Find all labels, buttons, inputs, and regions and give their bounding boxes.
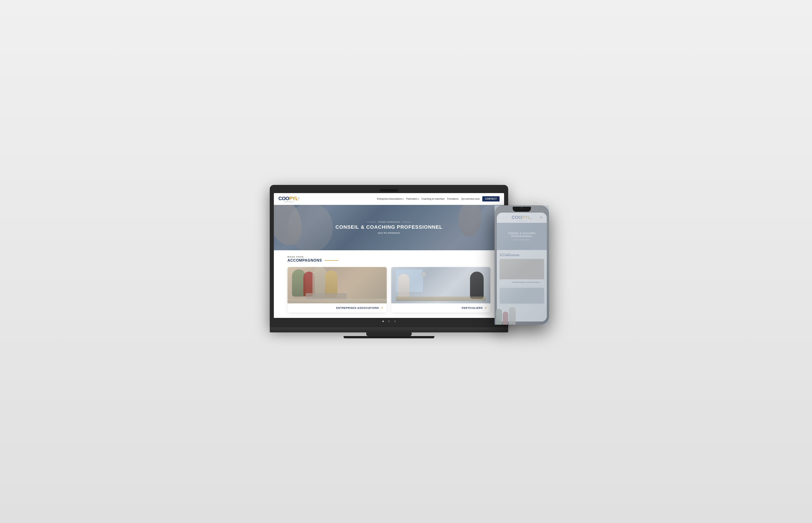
hero-description: pour les entreprises	[378, 231, 400, 234]
hero-subtitle: Coopyl Cohérences	[367, 221, 411, 223]
nav-link-formations[interactable]: Formations	[447, 198, 459, 200]
card-particuliers-arrow: ↗	[484, 306, 487, 310]
hero-title: CONSEIL & COACHING PROFESSIONNEL	[335, 224, 443, 230]
laptop-foot	[344, 336, 434, 338]
section-title-line: ACCOMPAGNONS	[288, 258, 490, 263]
dot-nav-1[interactable]	[382, 321, 384, 322]
laptop-screen: COOPYL© Cohérences Entreprises-Associati…	[274, 193, 504, 325]
laptop-body: COOPYL© Cohérences Entreprises-Associati…	[270, 185, 508, 327]
laptop-stand	[366, 332, 412, 336]
hero-section: Coopyl Cohérences CONSEIL & COACHING PRO…	[274, 205, 504, 250]
card-particuliers-label: PARTICULIERS	[462, 307, 483, 309]
bottom-strip	[274, 318, 504, 325]
phone: COOPYL© Cohérences ≡ CONSEIL & COACHING …	[495, 205, 549, 325]
nav-logo: COOPYL© Cohérences	[278, 196, 299, 202]
section-title-accent	[325, 260, 338, 261]
main-content: NOUS VOUS ACCOMPAGNONS	[274, 250, 504, 318]
laptop: COOPYL© Cohérences Entreprises-Associati…	[270, 185, 508, 338]
logo-sup: ©	[298, 197, 299, 199]
table	[288, 299, 387, 303]
cards-row: ENTREPRISES-ASSOCIATIONS ↗	[288, 267, 490, 312]
phone-card-particuliers-img	[500, 288, 544, 304]
laptop-website: COOPYL© Cohérences Entreprises-Associati…	[274, 193, 504, 325]
dot-nav-2[interactable]	[388, 321, 390, 322]
laptop-notch	[380, 189, 398, 192]
pc-img-2-bg	[500, 288, 544, 304]
phone-outer: COOPYL© Cohérences ≡ CONSEIL & COACHING …	[495, 205, 549, 325]
logo-pyl: PYL	[289, 196, 298, 201]
navbar: COOPYL© Cohérences Entreprises-Associati…	[274, 193, 504, 205]
clock	[421, 272, 427, 277]
phone-content: NOUS VOUS ACCOMPAGNONS	[497, 250, 547, 322]
laptop-base	[270, 327, 508, 332]
section-title: ACCOMPAGNONS	[288, 258, 322, 263]
card-entreprises-image	[288, 267, 387, 303]
phone-notch	[513, 207, 531, 212]
card-entreprises-footer: ENTREPRISES-ASSOCIATIONS ↗	[288, 303, 387, 312]
card-entreprises-arrow: ↗	[380, 306, 383, 310]
phone-notch-camera	[521, 207, 523, 209]
people-scene-particuliers	[391, 267, 490, 303]
nav-links: Entreprises-Associations Particuliers Co…	[377, 196, 500, 201]
card-particuliers-footer: PARTICULIERS ↗	[391, 303, 490, 312]
card-particuliers-image	[391, 267, 490, 303]
phone-website: COOPYL© Cohérences ≡ CONSEIL & COACHING …	[497, 213, 547, 322]
nav-link-particuliers[interactable]: Particuliers	[406, 198, 419, 200]
section-label: NOUS VOUS	[288, 256, 490, 258]
nav-link-quisommesnous[interactable]: Qui sommes-nous	[461, 198, 480, 200]
phone-card-particuliers[interactable]	[500, 288, 544, 304]
people-scene-entreprises	[288, 267, 387, 303]
floor	[396, 296, 486, 301]
phone-screen: COOPYL© Cohérences ≡ CONSEIL & COACHING …	[497, 213, 547, 322]
card-entreprises-label: ENTREPRISES-ASSOCIATIONS	[336, 307, 379, 309]
card-entreprises[interactable]: ENTREPRISES-ASSOCIATIONS ↗	[288, 267, 387, 312]
scene: COOPYL© Cohérences Entreprises-Associati…	[270, 185, 542, 338]
card-particuliers[interactable]: PARTICULIERS ↗	[391, 267, 490, 312]
hero-overlay: Coopyl Cohérences CONSEIL & COACHING PRO…	[274, 205, 504, 250]
dot-nav-3[interactable]	[394, 321, 396, 322]
person-seated-1	[398, 274, 410, 299]
nav-link-entreprises[interactable]: Entreprises-Associations	[377, 198, 403, 200]
person-seated-2	[470, 272, 484, 299]
logo-coo: COO	[278, 196, 289, 201]
nav-link-coaching[interactable]: Coaching en marchant	[422, 198, 445, 200]
nav-contact-button[interactable]: CONTACT	[482, 196, 500, 201]
